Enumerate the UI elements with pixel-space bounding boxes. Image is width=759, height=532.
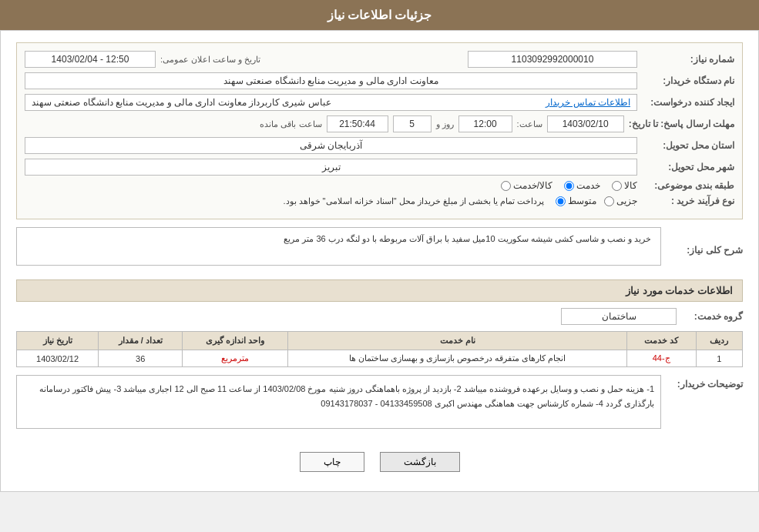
creator-link[interactable]: اطلاعات تماس خريدار bbox=[546, 97, 630, 108]
province-label: استان محل تحویل: bbox=[642, 140, 734, 151]
col-row-num: رديف bbox=[696, 332, 742, 350]
cell-unit: مترمریع bbox=[183, 350, 288, 367]
page-title: جزئيات اطلاعات نياز bbox=[327, 8, 432, 22]
deadline-time: 12:00 bbox=[458, 115, 512, 132]
footer-buttons: بازگشت چاپ bbox=[16, 444, 743, 480]
deadline-days: 5 bbox=[393, 115, 432, 132]
category-khedmat-option[interactable]: خدمت bbox=[564, 180, 600, 191]
service-group-value: ساختمان bbox=[561, 308, 677, 325]
table-row: 1 ج-44 انجام کارهای متفرقه درخصوص بازساز… bbox=[17, 350, 743, 367]
col-service-code: کد خدمت bbox=[626, 332, 696, 350]
cell-date: 1403/02/12 bbox=[17, 350, 99, 367]
need-number-value: 1103092992000010 bbox=[468, 51, 637, 68]
deadline-date: 1403/02/10 bbox=[547, 115, 624, 132]
col-unit: واحد اندازه گيری bbox=[183, 332, 288, 350]
page-header: جزئيات اطلاعات نياز bbox=[0, 0, 759, 30]
col-quantity: تعداد / مقدار bbox=[99, 332, 183, 350]
back-button[interactable]: بازگشت bbox=[380, 452, 460, 472]
need-title-value: خرید و نصب و شاسی کشی شیشه سکوریت 10میل … bbox=[16, 227, 661, 266]
creator-label: ایجاد کننده درخواست: bbox=[642, 97, 734, 108]
process-label: نوع فرآيند خرید : bbox=[642, 196, 734, 206]
city-value: تبریز bbox=[25, 159, 637, 176]
col-service-name: نام خدمت bbox=[288, 332, 626, 350]
deadline-remaining-label: ساعت باقی مانده bbox=[260, 119, 321, 129]
deadline-remaining: 21:50:44 bbox=[327, 115, 388, 132]
buyer-org-label: نام دستگاه خريدار: bbox=[642, 75, 734, 86]
category-kala-option[interactable]: کالا bbox=[612, 180, 637, 191]
services-table: رديف کد خدمت نام خدمت واحد اندازه گيری ت… bbox=[16, 331, 743, 367]
category-kala-khedmat-option[interactable]: کالا/خدمت bbox=[501, 180, 552, 191]
deadline-label: مهلت ارسال پاسخ: تا تاریخ: bbox=[629, 119, 734, 129]
need-number-label: شماره نياز: bbox=[642, 54, 734, 65]
category-kala-khedmat-radio[interactable] bbox=[501, 181, 511, 191]
services-section-title: اطلاعات خدمات مورد نياز bbox=[16, 279, 743, 302]
process-jozei-radio[interactable] bbox=[604, 196, 614, 206]
announcement-date-value: 1403/02/04 - 12:50 bbox=[25, 51, 156, 68]
cell-quantity: 36 bbox=[99, 350, 183, 367]
service-group-label: گروه خدمت: bbox=[681, 311, 743, 322]
process-motovaset-radio[interactable] bbox=[556, 196, 566, 206]
deadline-time-label: ساعت: bbox=[517, 119, 542, 129]
buyer-notes-label: توضيحات خريدار: bbox=[666, 375, 743, 390]
process-note: پرداخت تمام یا بخشی از مبلغ خریداز محل "… bbox=[283, 196, 544, 206]
deadline-day-label: روز و bbox=[436, 119, 454, 129]
need-title-label: شرح کلی نياز: bbox=[666, 245, 743, 256]
process-radio-group: جزیی متوسط پرداخت تمام یا بخشی از مبلغ خ… bbox=[283, 196, 637, 206]
print-button[interactable]: چاپ bbox=[300, 452, 364, 472]
process-motovaset-option[interactable]: متوسط bbox=[556, 196, 596, 206]
category-kala-radio[interactable] bbox=[612, 181, 622, 191]
category-radio-group: کالا خدمت کالا/خدمت bbox=[501, 180, 637, 191]
category-khedmat-radio[interactable] bbox=[564, 181, 574, 191]
cell-row-num: 1 bbox=[696, 350, 742, 367]
process-jozei-option[interactable]: جزیی bbox=[604, 196, 637, 206]
cell-service-name: انجام کارهای متفرقه درخصوص بازسازی و بهس… bbox=[288, 350, 626, 367]
province-value: آذربایجان شرقی bbox=[25, 137, 637, 154]
category-label: طبقه بندی موضوعی: bbox=[642, 180, 734, 191]
announcement-date-label: تاریخ و ساعت اعلان عمومی: bbox=[160, 55, 260, 65]
col-date: تاریخ نياز bbox=[17, 332, 99, 350]
creator-value: عباس شیری کاربرداز معاونت اداری مالی و م… bbox=[32, 97, 331, 108]
city-label: شهر محل تحویل: bbox=[642, 162, 734, 172]
buyer-org-value: معاونت اداری مالی و مدیریت منابع دانشگاه… bbox=[25, 72, 637, 89]
cell-service-code: ج-44 bbox=[626, 350, 696, 367]
buyer-notes-value: 1- هزینه حمل و نصب و وسایل برعهده فروشند… bbox=[16, 375, 661, 429]
